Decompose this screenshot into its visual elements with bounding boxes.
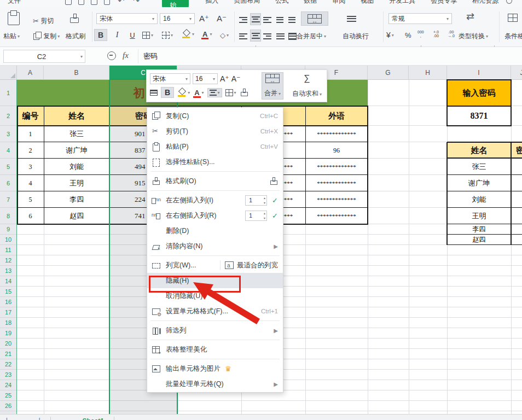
- formula-input[interactable]: 密码: [143, 51, 158, 61]
- context-menu-item[interactable]: 选择性粘贴(S)...: [147, 154, 283, 170]
- mini-merge-button[interactable]: 合并▾: [262, 72, 283, 100]
- row-header-24[interactable]: 24: [0, 380, 17, 390]
- context-menu-item[interactable]: 复制(C)Ctrl+C: [147, 108, 283, 124]
- menu-item-label[interactable]: 最适合的列宽: [237, 261, 278, 270]
- menu-tab[interactable]: 插入: [205, 0, 218, 5]
- row-header-5[interactable]: 5: [0, 159, 17, 175]
- redo-icon[interactable]: ↷: [133, 0, 140, 5]
- context-menu-item[interactable]: 格式刷(O): [147, 173, 283, 189]
- draw-border-icon[interactable]: ▾: [162, 29, 173, 41]
- first-sheet-icon[interactable]: ◂▏: [4, 418, 11, 420]
- menu-tab-home-active[interactable]: 开始: [162, 0, 189, 7]
- percent-icon[interactable]: %: [405, 29, 411, 41]
- context-menu-item[interactable]: 筛选列▶: [147, 323, 283, 338]
- menu-tab-file[interactable]: 文件: [8, 0, 21, 5]
- row-header-26[interactable]: 26: [0, 401, 17, 411]
- row-header-25[interactable]: 25: [0, 390, 17, 401]
- decrease-indent-icon[interactable]: [276, 14, 283, 26]
- mini-font-name-select[interactable]: 宋体▾: [150, 73, 190, 84]
- mini-format-painter-icon[interactable]: [240, 88, 248, 97]
- column-header-J[interactable]: J: [511, 66, 522, 80]
- row-header-10[interactable]: 10: [0, 235, 17, 245]
- print-icon[interactable]: [78, 0, 85, 5]
- clear-format-icon[interactable]: ◇▾: [220, 29, 229, 41]
- font-color-icon[interactable]: A▾: [201, 28, 212, 40]
- menu-tab[interactable]: 视图: [361, 0, 374, 5]
- number-format-select[interactable]: 常规▾: [388, 13, 452, 24]
- fx-icon[interactable]: fx: [123, 51, 129, 60]
- row-header-4[interactable]: 4: [0, 142, 17, 159]
- row-header-23[interactable]: 23: [0, 370, 17, 380]
- menu-tab[interactable]: 数据: [304, 0, 317, 5]
- context-menu-item[interactable]: 在右侧插入列(R)1✓: [147, 208, 283, 223]
- preview-icon[interactable]: [91, 0, 97, 5]
- column-header-H[interactable]: H: [409, 66, 447, 80]
- paste-button[interactable]: 粘贴▾: [3, 30, 20, 42]
- menu-tab[interactable]: 会员专享: [431, 0, 457, 5]
- paste-icon[interactable]: [8, 13, 20, 25]
- row-header-11[interactable]: 11: [0, 245, 17, 255]
- align-center-icon[interactable]: [250, 30, 261, 42]
- justify-icon[interactable]: [276, 30, 285, 42]
- row-header-13[interactable]: 13: [0, 266, 17, 276]
- italic-button[interactable]: I: [112, 29, 123, 41]
- increase-indent-icon[interactable]: [288, 14, 295, 26]
- mini-autosum-button[interactable]: ∑自动求和▾: [290, 72, 324, 100]
- next-sheet-icon[interactable]: ▸: [29, 418, 32, 420]
- menu-tab[interactable]: 页面布局: [234, 0, 260, 5]
- type-convert-icon[interactable]: ⇄: [466, 10, 474, 22]
- prev-sheet-icon[interactable]: ◂: [19, 418, 21, 420]
- menu-tab[interactable]: 审阅: [332, 0, 345, 5]
- context-menu-item[interactable]: 剪切(T)Ctrl+X: [147, 124, 283, 139]
- align-middle-icon[interactable]: [250, 13, 261, 25]
- context-menu-item[interactable]: 设置单元格格式(F)...Ctrl+1: [147, 304, 283, 319]
- fill-color-icon[interactable]: ▾: [182, 28, 194, 40]
- merge-center-icon[interactable]: [301, 11, 328, 26]
- currency-icon[interactable]: ¥▾: [386, 29, 394, 41]
- column-count-spinner[interactable]: 1: [245, 195, 267, 206]
- bold-button[interactable]: B: [94, 29, 107, 41]
- context-menu-item[interactable]: 删除(D): [147, 223, 283, 238]
- context-menu-item[interactable]: 表格整理美化: [147, 342, 283, 357]
- conditional-format-button[interactable]: 条件格: [504, 30, 522, 42]
- cut-button[interactable]: ✂ 剪切: [33, 15, 54, 27]
- save-icon[interactable]: [65, 0, 72, 5]
- align-left-icon[interactable]: [239, 30, 247, 42]
- increase-decimal-icon[interactable]: +.0.00: [433, 28, 439, 40]
- wrap-text-button[interactable]: 自动换行: [343, 30, 369, 42]
- mini-wrap-icon[interactable]: [150, 90, 158, 96]
- increase-font-icon[interactable]: A⁺: [199, 13, 209, 25]
- borders-icon[interactable]: ▾: [142, 29, 153, 41]
- row-header-14[interactable]: 14: [0, 276, 17, 287]
- row-header-20[interactable]: 20: [0, 339, 17, 349]
- format-painter-icon[interactable]: [70, 11, 79, 24]
- row-header-9[interactable]: 9: [0, 224, 17, 235]
- mini-increase-font-icon[interactable]: A⁺: [220, 74, 229, 83]
- row-header-12[interactable]: 12: [0, 255, 17, 266]
- mini-borders-icon[interactable]: ▾: [225, 89, 236, 96]
- decrease-font-icon[interactable]: A⁻: [217, 13, 227, 25]
- mini-fill-color-icon[interactable]: ▾: [177, 88, 190, 97]
- font-size-select[interactable]: 16▾: [160, 13, 195, 24]
- mini-align-icon[interactable]: ▾: [207, 88, 222, 97]
- row-header-19[interactable]: 19: [0, 328, 17, 339]
- format-painter-icon[interactable]: [269, 177, 278, 185]
- context-menu-item[interactable]: 输出单元格为图片♛: [147, 361, 283, 376]
- row-header-6[interactable]: 6: [0, 175, 17, 191]
- align-top-icon[interactable]: [239, 14, 247, 26]
- context-menu-item[interactable]: 粘贴(P)Ctrl+V: [147, 139, 283, 154]
- undo-icon[interactable]: ↶: [118, 0, 124, 5]
- row-header-15[interactable]: 15: [0, 287, 17, 297]
- column-header-B[interactable]: B: [44, 66, 109, 80]
- row-header-1[interactable]: 1: [0, 80, 17, 106]
- column-header-A[interactable]: A: [17, 66, 44, 80]
- context-menu-item[interactable]: 清除内容(N)▶: [147, 238, 283, 254]
- align-right-icon[interactable]: [263, 30, 271, 42]
- mini-font-color-icon[interactable]: A▾: [193, 89, 204, 97]
- conditional-format-icon[interactable]: [508, 11, 518, 24]
- format-painter-button[interactable]: 格式刷: [66, 30, 85, 42]
- zoom-icon[interactable]: [107, 51, 116, 60]
- sheet-tab-sheet1[interactable]: Sheet1: [73, 417, 114, 420]
- column-header-I[interactable]: I: [447, 66, 511, 80]
- row-header-22[interactable]: 22: [0, 359, 17, 370]
